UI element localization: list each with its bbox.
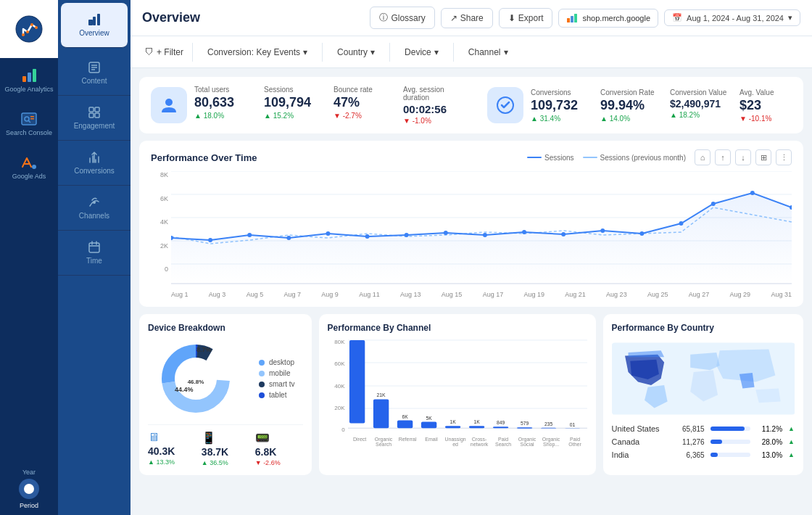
inner-sidebar-item-engagement[interactable]: Engagement (58, 96, 130, 141)
avg-value-change: ▼ -10.1% (740, 115, 798, 123)
glossary-button[interactable]: ⓘ Glossary (370, 7, 434, 29)
svg-text:6K: 6K (402, 414, 408, 419)
mobile-stat-value: 38.7K (202, 446, 249, 458)
us-bar-wrap (710, 427, 751, 431)
period-toggle[interactable] (19, 479, 39, 499)
country-row-in: India 6,365 13.0% ▲ (612, 450, 795, 459)
inner-sidebar-item-overview[interactable]: Overview (61, 3, 128, 48)
svg-marker-42 (171, 193, 792, 284)
smart-tv-label: 8.7% (196, 346, 212, 353)
users-icon (159, 95, 179, 115)
sidebar-item-search-console[interactable]: Search Console (0, 102, 58, 145)
conversions-icon-box (487, 87, 523, 123)
in-bar-wrap (710, 453, 751, 457)
svg-rect-23 (95, 107, 99, 112)
performance-chart: Performance Over Time Sessions Sessions … (139, 141, 803, 307)
svg-point-50 (444, 231, 448, 235)
donut-legend: desktop mobile smart tv tablet (259, 358, 295, 399)
legend-sessions: Sessions (527, 154, 574, 162)
conversion-chevron: ▾ (303, 47, 307, 57)
total-users-label: Total users (194, 86, 252, 94)
bounce-rate-label: Bounce rate (334, 86, 392, 94)
line-chart-svg (171, 171, 792, 287)
export-button[interactable]: ⬇ Export (499, 8, 553, 28)
filter-channel[interactable]: Channel ▾ (454, 43, 523, 62)
sidebar-item-search-console-label: Search Console (6, 129, 52, 136)
filter-conversion[interactable]: Conversion: Key Events ▾ (193, 43, 323, 62)
page-title: Overview (142, 10, 364, 25)
filter-device[interactable]: Device ▾ (390, 43, 454, 62)
metric-conversion-rate: Conversion Rate 99.94% ▲ 14.0% (600, 88, 658, 123)
ca-bar (710, 440, 723, 444)
channel-y-axis: 80K 60K 40K 20K 0 (328, 339, 348, 433)
svg-rect-24 (89, 113, 94, 118)
chart-more-button[interactable]: ⋮ (776, 149, 792, 165)
sidebar-item-google-analytics[interactable]: Google Analytics (0, 58, 58, 102)
bounce-rate-value: 47% (334, 95, 392, 110)
y-label-0: 0 (151, 265, 168, 273)
svg-point-34 (165, 99, 173, 106)
chart-area: 8K 6K 4K 2K 0 (151, 171, 792, 298)
ca-value: 11,276 (676, 438, 705, 446)
country-row-ca: Canada 11,276 28.0% ▲ (612, 437, 795, 446)
conversions-change: ▲ 31.4% (531, 115, 589, 123)
desktop-stat-icon: 🖥 (148, 431, 196, 444)
chart-home-button[interactable]: ⌂ (695, 149, 710, 165)
chart-down-button[interactable]: ↓ (735, 149, 751, 165)
metrics-row-left: Total users 80,633 ▲ 18.0% Sessions 109,… (139, 77, 803, 133)
inner-sidebar-item-time[interactable]: Time (58, 231, 130, 276)
desktop-label: 44.4% (175, 386, 194, 393)
svg-point-57 (711, 202, 716, 206)
chart-actions: ⌂ ↑ ↓ ⊞ ⋮ (695, 149, 792, 165)
sidebar-item-google-analytics-label: Google Analytics (4, 86, 53, 93)
chart-export-button[interactable]: ⊞ (755, 149, 771, 165)
svg-rect-83 (493, 427, 508, 428)
svg-text:01: 01 (569, 422, 575, 427)
svg-text:5K: 5K (426, 416, 432, 421)
legend-smart-tv: smart tv (259, 380, 295, 388)
filter-button[interactable]: ⛉ + Filter (136, 43, 193, 62)
svg-rect-27 (89, 243, 99, 252)
svg-rect-32 (571, 16, 573, 22)
us-bar (710, 427, 745, 431)
share-button[interactable]: ↗ Share (441, 8, 493, 28)
tablet-stat-change: ▼ -2.6% (255, 459, 303, 466)
svg-text:1K: 1K (450, 419, 456, 424)
svg-point-51 (483, 233, 487, 237)
date-range[interactable]: 📅 Aug 1, 2024 - Aug 31, 2024 ▾ (664, 9, 800, 26)
svg-text:235: 235 (544, 421, 553, 427)
inner-sidebar-item-conversions[interactable]: Conversions (58, 141, 130, 186)
svg-point-2 (26, 30, 29, 33)
svg-point-44 (208, 238, 212, 242)
chart-up-button[interactable]: ↑ (715, 149, 731, 165)
svg-point-58 (750, 191, 755, 195)
svg-point-56 (679, 221, 684, 226)
conversions-icon (495, 95, 515, 115)
country-chart: Performance By Country (603, 314, 803, 475)
inner-sidebar-item-channels[interactable]: Channels (58, 186, 130, 231)
country-row-us: United States 65,815 11.2% ▲ (612, 424, 795, 433)
chart-legend: Sessions Sessions (previous month) (527, 154, 686, 162)
svg-rect-85 (517, 427, 532, 428)
device-stats: 🖥 40.3K ▲ 13.3% 📱 38.7K ▲ 36.5% 📟 6.8K ▼… (148, 424, 303, 466)
svg-text:579: 579 (521, 421, 529, 426)
avg-value-label: Avg. Value (740, 88, 798, 96)
svg-rect-71 (349, 340, 365, 424)
svg-rect-81 (469, 426, 484, 428)
desktop-stat: 🖥 40.3K ▲ 13.3% (148, 431, 196, 466)
svg-point-46 (286, 236, 291, 240)
world-map-svg (612, 339, 795, 419)
channels-icon (88, 196, 101, 209)
content-area: Total users 80,633 ▲ 18.0% Sessions 109,… (130, 68, 812, 515)
inner-sidebar-item-content[interactable]: Content (58, 51, 130, 96)
y-axis: 8K 6K 4K 2K 0 (151, 171, 171, 273)
conversions-value: 109,732 (531, 98, 589, 113)
inner-sidebar-item-overview-label: Overview (79, 29, 109, 37)
inner-sidebar-item-time-label: Time (86, 257, 102, 265)
chart-header: Performance Over Time Sessions Sessions … (151, 149, 792, 165)
svg-point-4 (35, 26, 38, 29)
conversion-value-change: ▲ 18.2% (670, 111, 728, 119)
sidebar-item-google-ads[interactable]: Google Ads (0, 145, 58, 189)
inner-sidebar-item-conversions-label: Conversions (74, 167, 115, 175)
filter-country[interactable]: Country ▾ (323, 43, 390, 62)
